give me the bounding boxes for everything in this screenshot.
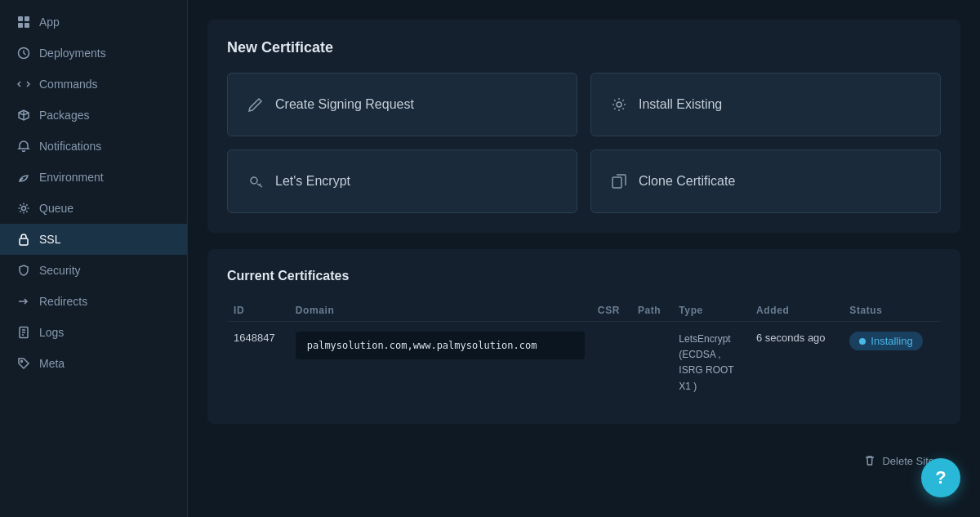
table-header: ID Domain CSR Path Type Added Status [227,300,941,322]
lets-encrypt-label: Let's Encrypt [275,174,350,189]
cert-status-cell: Installing [843,322,941,404]
sidebar-item-redirects[interactable]: Redirects [0,286,187,317]
install-existing-label: Install Existing [639,97,722,112]
cert-domain-cell: palmysolution.com,www.palmysolution.com [289,322,591,404]
sidebar-item-environment[interactable]: Environment [0,162,187,193]
gear-icon-btn [611,96,627,113]
shield-icon [16,263,31,278]
install-existing-button[interactable]: Install Existing [590,73,941,136]
certificate-options-grid: Create Signing Request Install Existing [227,73,941,213]
sidebar-item-meta[interactable]: Meta [0,348,187,379]
sidebar-item-logs[interactable]: Logs [0,317,187,348]
sidebar-item-queue[interactable]: Queue [0,193,187,224]
cert-added: 6 seconds ago [750,322,843,404]
svg-rect-6 [20,238,28,245]
status-badge: Installing [849,332,922,350]
cert-type-value: LetsEncrypt(ECDSA ,ISRG ROOTX1 ) [679,332,743,394]
footer-bar: Delete Site [207,440,960,482]
create-signing-request-label: Create Signing Request [275,97,414,112]
lock-icon [16,232,31,247]
table-row: 1648847 palmysolution.com,www.palmysolut… [227,322,941,404]
sidebar-item-notifications[interactable]: Notifications [0,131,187,162]
clone-icon [611,173,627,189]
cert-path [631,322,672,404]
domain-value: palmysolution.com,www.palmysolution.com [296,332,585,359]
doc-icon [16,325,31,340]
new-certificate-title: New Certificate [227,39,941,56]
cert-id: 1648847 [227,322,289,404]
arrow-icon [16,294,31,309]
status-label: Installing [871,335,912,347]
svg-rect-3 [24,23,29,28]
pencil-icon [247,96,264,113]
table-body: 1648847 palmysolution.com,www.palmysolut… [227,322,941,404]
clock-icon [16,46,31,60]
sidebar-item-queue-label: Queue [39,202,74,215]
cert-csr [591,322,631,404]
svg-rect-1 [24,16,29,21]
tag-icon [16,356,31,371]
sidebar-item-packages[interactable]: Packages [0,100,187,131]
code-icon [16,77,31,91]
bell-icon [16,139,31,154]
sidebar-item-commands[interactable]: Commands [0,69,187,100]
sidebar-item-commands-label: Commands [39,78,98,91]
sidebar-item-ssl-label: SSL [39,233,60,246]
svg-rect-2 [18,23,23,28]
main-content: New Certificate Create Signing Request [188,0,980,517]
col-added: Added [750,300,843,322]
col-status: Status [843,300,941,322]
sidebar-item-deployments-label: Deployments [39,47,106,60]
svg-rect-11 [612,177,621,188]
grid-icon [16,15,31,29]
col-id: ID [227,300,289,322]
sidebar-item-environment-label: Environment [39,171,104,184]
col-csr: CSR [591,300,631,322]
sidebar-item-security[interactable]: Security [0,255,187,286]
sidebar-item-security-label: Security [39,264,81,277]
clone-certificate-button[interactable]: Clone Certificate [590,149,941,213]
trash-icon [864,455,875,466]
leaf-icon [16,170,31,185]
current-certificates-title: Current Certificates [227,269,941,283]
svg-point-10 [251,177,257,184]
create-signing-request-button[interactable]: Create Signing Request [227,73,577,136]
sidebar-item-meta-label: Meta [39,357,65,370]
sidebar: App Deployments Commands Packages [0,0,188,517]
col-type: Type [672,300,750,322]
package-icon [16,108,31,123]
sidebar-item-logs-label: Logs [39,326,64,339]
col-domain: Domain [289,300,591,322]
sidebar-item-redirects-label: Redirects [39,295,87,308]
help-icon: ? [935,467,946,488]
cert-type: LetsEncrypt(ECDSA ,ISRG ROOTX1 ) [672,322,750,404]
svg-rect-0 [18,16,23,21]
svg-point-9 [617,102,621,107]
new-certificate-card: New Certificate Create Signing Request [207,20,960,233]
svg-point-8 [21,361,23,363]
key-icon [247,173,264,189]
sidebar-item-deployments[interactable]: Deployments [0,38,187,69]
sidebar-item-app[interactable]: App [0,7,187,38]
current-certificates-card: Current Certificates ID Domain CSR Path … [207,249,960,424]
lets-encrypt-button[interactable]: Let's Encrypt [227,149,577,213]
sidebar-item-ssl[interactable]: SSL [0,224,187,255]
sidebar-item-packages-label: Packages [39,109,89,122]
sidebar-item-app-label: App [39,16,60,29]
svg-point-5 [22,207,26,211]
help-button[interactable]: ? [921,458,960,497]
clone-certificate-label: Clone Certificate [639,174,735,189]
sidebar-item-notifications-label: Notifications [39,140,101,153]
status-dot [859,338,866,345]
certificates-table: ID Domain CSR Path Type Added Status 164… [227,300,941,404]
gear-icon [16,201,31,216]
col-path: Path [631,300,672,322]
